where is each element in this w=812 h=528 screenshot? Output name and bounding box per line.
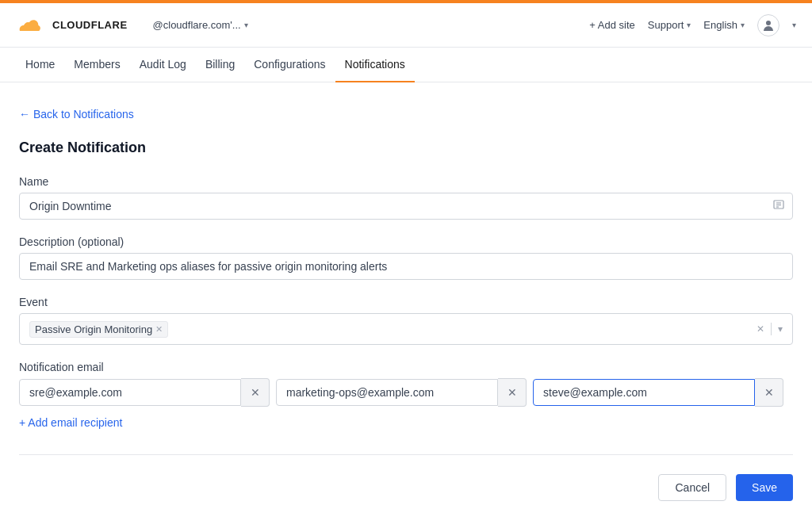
- nav-item-home[interactable]: Home: [16, 48, 64, 82]
- language-chevron-icon: ▾: [741, 21, 745, 29]
- email-recipient-1: ✕: [19, 378, 270, 407]
- event-clear-icon[interactable]: ✕: [756, 323, 764, 335]
- name-input-wrapper: [19, 193, 793, 220]
- main-nav: Home Members Audit Log Billing Configura…: [0, 48, 812, 82]
- notification-email-group: Notification email ✕ ✕ ✕ + Add email rec…: [19, 361, 793, 429]
- form-actions: Cancel Save: [19, 474, 793, 501]
- event-select-left: Passive Origin Monitoring ✕: [29, 321, 168, 338]
- add-email-recipient-link[interactable]: + Add email recipient: [19, 416, 793, 429]
- email-remove-button-3[interactable]: ✕: [755, 378, 783, 407]
- email-recipient-3: ✕: [533, 378, 783, 407]
- page-title: Create Notification: [19, 140, 793, 156]
- account-selector[interactable]: @cloudflare.com'... ▾: [147, 16, 255, 34]
- select-divider: [771, 323, 772, 335]
- event-tag-close-icon[interactable]: ✕: [155, 325, 163, 334]
- nav-item-billing[interactable]: Billing: [196, 48, 244, 82]
- email-recipient-2: ✕: [276, 378, 527, 407]
- logo[interactable]: CLOUDFLARE: [16, 15, 128, 36]
- event-select[interactable]: Passive Origin Monitoring ✕ ✕ ▾: [19, 313, 793, 345]
- email-remove-button-1[interactable]: ✕: [241, 378, 270, 407]
- email-input-2[interactable]: [276, 379, 498, 406]
- main-content: ← Back to Notifications Create Notificat…: [0, 82, 812, 526]
- nav-item-notifications[interactable]: Notifications: [335, 48, 415, 82]
- name-input-icon: [772, 198, 785, 214]
- nav-item-members[interactable]: Members: [64, 48, 129, 82]
- event-dropdown-icon[interactable]: ▾: [778, 323, 783, 335]
- notification-email-label: Notification email: [19, 361, 793, 373]
- cancel-button[interactable]: Cancel: [658, 474, 726, 501]
- logo-text: CLOUDFLARE: [52, 19, 128, 31]
- event-label: Event: [19, 296, 793, 308]
- description-field-group: Description (optional): [19, 235, 793, 280]
- name-input[interactable]: [19, 193, 793, 220]
- form-divider: [19, 454, 793, 455]
- cloudflare-logo-icon: [16, 15, 48, 36]
- header-actions: + Add site Support ▾ English ▾ ▾: [589, 14, 796, 36]
- email-recipients-list: ✕ ✕ ✕: [19, 378, 793, 407]
- nav-item-audit-log[interactable]: Audit Log: [130, 48, 196, 82]
- user-chevron-icon: ▾: [792, 21, 796, 29]
- nav-item-configurations[interactable]: Configurations: [244, 48, 335, 82]
- support-button[interactable]: Support ▾: [648, 19, 691, 31]
- email-input-1[interactable]: [19, 379, 241, 406]
- save-button[interactable]: Save: [736, 474, 793, 501]
- description-input[interactable]: [19, 253, 793, 280]
- account-name: @cloudflare.com'...: [153, 19, 241, 31]
- header: CLOUDFLARE @cloudflare.com'... ▾ + Add s…: [0, 3, 812, 48]
- event-field-group: Event Passive Origin Monitoring ✕ ✕ ▾: [19, 296, 793, 345]
- email-input-3[interactable]: [533, 379, 755, 406]
- name-field-group: Name: [19, 175, 793, 220]
- add-site-button[interactable]: + Add site: [589, 19, 634, 31]
- back-to-notifications-link[interactable]: ← Back to Notifications: [19, 108, 793, 121]
- event-tag-passive-origin: Passive Origin Monitoring ✕: [29, 321, 168, 338]
- email-remove-button-2[interactable]: ✕: [498, 378, 527, 407]
- name-label: Name: [19, 175, 793, 188]
- event-select-right: ✕ ▾: [756, 323, 783, 335]
- user-avatar[interactable]: [757, 14, 779, 36]
- description-label: Description (optional): [19, 235, 793, 248]
- account-chevron-icon: ▾: [244, 21, 248, 29]
- language-selector[interactable]: English ▾: [703, 19, 745, 31]
- support-chevron-icon: ▾: [687, 21, 691, 29]
